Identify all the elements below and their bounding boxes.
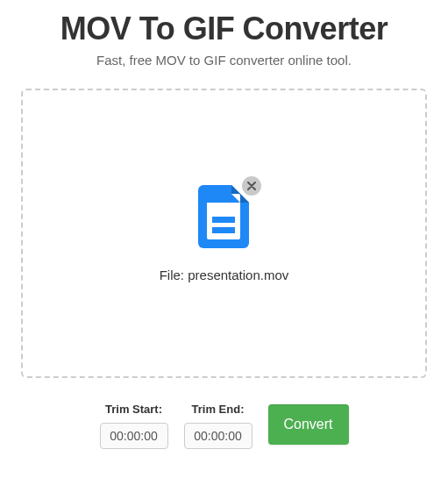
file-dropzone[interactable]: File: presentation.mov: [21, 89, 427, 378]
svg-rect-1: [207, 194, 231, 203]
trim-start-input[interactable]: [100, 423, 168, 449]
uploaded-file: File: presentation.mov: [160, 185, 289, 282]
file-name-label: File: presentation.mov: [160, 268, 289, 282]
convert-button[interactable]: Convert: [268, 404, 349, 445]
close-icon: [247, 182, 256, 190]
page-subtitle: Fast, free MOV to GIF converter online t…: [21, 53, 427, 68]
svg-rect-2: [212, 217, 235, 223]
remove-file-button[interactable]: [242, 176, 261, 196]
trim-start-label: Trim Start:: [105, 403, 162, 416]
file-icon: [198, 236, 249, 251]
trim-end-input[interactable]: [184, 423, 252, 449]
controls-row: Trim Start: Trim End: Convert: [21, 403, 427, 449]
page-title: MOV To GIF Converter: [21, 11, 427, 47]
trim-end-label: Trim End:: [192, 403, 245, 416]
svg-rect-3: [212, 227, 235, 233]
